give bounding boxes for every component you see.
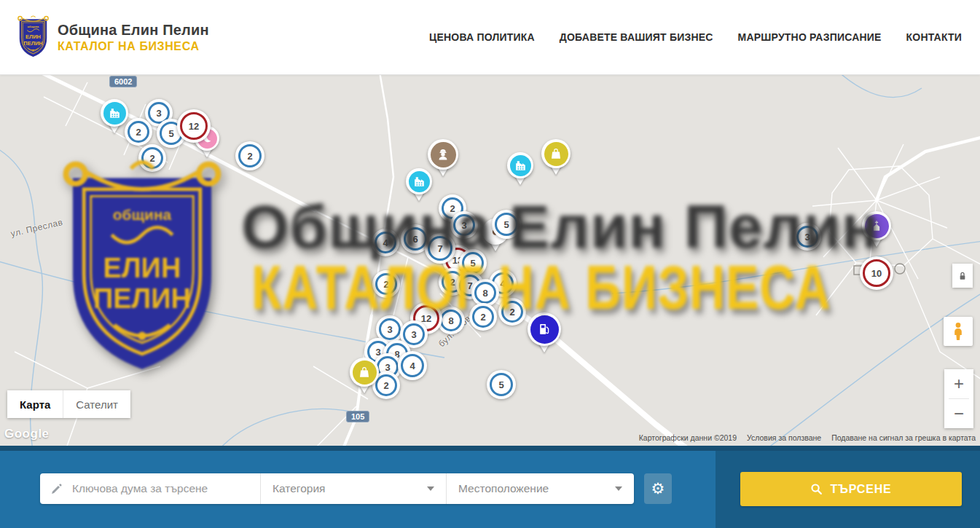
cluster-count: 2 [472,306,494,328]
category-select-value: Категория [273,482,325,495]
lock-button[interactable] [952,264,973,288]
cluster-count: 2 [141,147,163,169]
cluster-marker[interactable]: 3 [793,223,821,251]
cluster-marker[interactable]: 4 [372,229,399,256]
map-data-copyright: Картографски данни ©2019 [639,433,737,442]
site-title: Община Елин Пелин [58,22,209,39]
terms-of-use-link[interactable]: Условия за ползване [747,433,821,442]
svg-text:община: община [28,25,40,28]
cluster-marker[interactable]: 2 [372,270,400,298]
cluster-marker[interactable]: 2 [138,144,166,172]
worker-pin[interactable] [428,139,458,182]
cluster-marker[interactable]: 2 [125,118,152,146]
site-subtitle: КАТАЛОГ НА БИЗНЕСА [58,40,209,53]
worker-icon [431,142,456,168]
cluster-marker[interactable]: 12 [177,109,211,143]
cluster-count: 3 [453,214,475,236]
map-canvas[interactable]: 6002105ул. Преславбул. „Новосел 32251223… [0,75,980,446]
lock-icon [957,269,968,283]
header: община ЕЛИН ПЕЛИН Община Елин Пелин КАТА… [0,0,980,75]
svg-text:ЕЛИН: ЕЛИН [26,34,41,40]
factory-pin[interactable] [507,152,533,189]
search-bar-right: ТЪРСЕНЕ [716,451,980,528]
cluster-count: 7 [428,236,452,261]
factory-icon [510,155,531,176]
searchbar-top-border [0,446,980,451]
nav-pricing-policy[interactable]: ЦЕНОВА ПОЛИТИКА [429,31,535,43]
main-nav: ЦЕНОВА ПОЛИТИКА ДОБАВЕТЕ ВАШИЯТ БИЗНЕС М… [429,31,962,43]
cluster-count: 4 [375,232,396,253]
pegman-icon [949,322,967,341]
bag-icon [353,360,377,385]
nav-add-your-business[interactable]: ДОБАВЕТЕ ВАШИЯТ БИЗНЕС [560,31,713,43]
google-logo[interactable]: Google [4,427,50,441]
map-type-control: Карта Сателит [7,390,130,418]
category-select[interactable]: Категория [260,473,446,504]
factory-icon [409,171,430,192]
cluster-count: 4 [401,354,424,377]
cluster-marker[interactable]: 10 [860,256,893,290]
zoom-control: + − [944,369,973,428]
search-button[interactable]: ТЪРСЕНЕ [740,472,962,506]
pencil-icon [50,483,63,495]
search-bar: Категория Местоположение ⚙ ТЪРСЕНЕ [0,451,980,528]
bag-icon [544,142,568,166]
cluster-count: 5 [462,252,484,274]
cluster-marker[interactable]: 4 [398,351,427,380]
brand-text: Община Елин Пелин КАТАЛОГ НА БИЗНЕСА [58,22,209,53]
cluster-marker[interactable]: 3 [450,211,478,239]
church-icon [865,214,889,238]
markers-layer: 3225122323546137522748228123338342510 [0,75,980,446]
cluster-count: 3 [403,323,425,345]
site-logo[interactable]: община ЕЛИН ПЕЛИН Община Елин Пелин КАТА… [16,15,209,59]
cluster-count: 5 [495,213,518,236]
map-type-satellite-button[interactable]: Сателит [63,390,130,418]
cluster-count: 8 [440,310,462,331]
factory-pin[interactable] [101,99,128,138]
search-bar-left: Категория Местоположение ⚙ [0,451,716,528]
advanced-options-button[interactable]: ⚙ [644,473,672,504]
cluster-marker[interactable]: 5 [487,370,516,399]
cluster-count: 2 [375,273,397,295]
keyword-field [40,473,260,504]
cluster-marker[interactable]: 5 [492,210,521,239]
search-button-label: ТЪРСЕНЕ [830,483,891,496]
nav-route-schedule[interactable]: МАРШРУТНО РАЗПИСАНИЕ [738,31,882,43]
municipality-emblem-icon: община ЕЛИН ПЕЛИН [16,15,50,59]
cluster-count: 3 [796,226,818,248]
location-select[interactable]: Местоположение [446,473,634,504]
cluster-marker[interactable]: 2 [235,141,264,170]
cluster-count: 8 [474,282,496,304]
svg-text:ПЕЛИН: ПЕЛИН [23,40,42,47]
shopping-pin[interactable] [350,358,379,398]
cluster-count: 3 [379,318,401,340]
cluster-count: 12 [180,112,208,140]
cluster-count: 5 [490,373,513,396]
fuel-pin[interactable] [528,312,561,359]
shopping-pin[interactable] [541,139,571,180]
search-fields: Категория Местоположение [40,473,634,504]
chevron-down-icon [427,486,434,491]
fuel-icon [530,315,559,344]
map-attribution: Картографски данни ©2019 Условия за полз… [639,433,976,442]
nav-contacts[interactable]: КОНТАКТИ [906,31,962,43]
page: община ЕЛИН ПЕЛИН Община Елин Пелин КАТА… [0,0,980,528]
church-pin[interactable] [862,211,891,252]
cluster-count: 10 [863,259,890,287]
cluster-count: 2 [238,144,262,168]
report-map-error-link[interactable]: Подаване на сигнал за грешка в картата [831,433,976,442]
cluster-marker[interactable]: 2 [469,303,497,331]
gear-icon: ⚙ [651,480,665,497]
keyword-search-input[interactable] [71,481,251,496]
search-icon [810,483,823,495]
chevron-down-icon [615,486,622,491]
cluster-count: 2 [501,301,523,323]
pegman-button[interactable] [944,317,973,346]
map-type-map-button[interactable]: Карта [7,390,63,418]
cluster-count: 6 [404,227,427,251]
zoom-in-button[interactable]: + [944,369,973,398]
factory-icon [103,102,126,125]
cluster-marker[interactable]: 7 [425,233,455,264]
cluster-marker[interactable]: 2 [498,298,526,326]
zoom-out-button[interactable]: − [944,399,973,428]
